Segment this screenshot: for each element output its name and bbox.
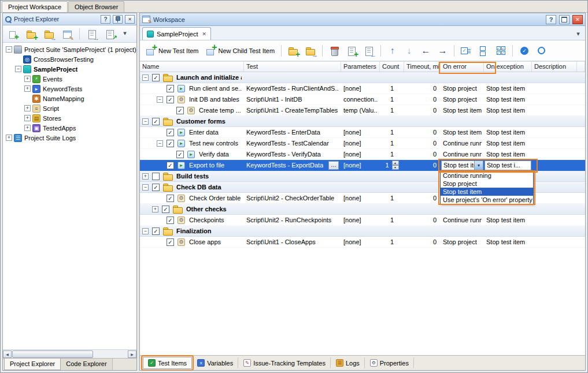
open-folder-button[interactable]: →: [42, 28, 57, 40]
move-right-button[interactable]: →: [435, 45, 450, 57]
export-item-button[interactable]: ↗: [102, 28, 117, 40]
test-cell[interactable]: KeywordTests - TestCalendar: [244, 138, 341, 148]
tree-item-events[interactable]: +⚡Events: [3, 74, 136, 84]
timeout-cell[interactable]: 0: [404, 215, 441, 225]
parameters-cell[interactable]: connection...: [341, 94, 380, 105]
description-cell[interactable]: [532, 193, 577, 203]
test-item-row[interactable]: ✓▸Verify dataKeywordTests - VerifyData[n…: [140, 149, 585, 160]
group-row[interactable]: −✓Launch and initialize applications: [140, 72, 585, 83]
plus-expander[interactable]: +: [6, 135, 12, 141]
name-cell[interactable]: −✓⚙Init DB and tables: [140, 94, 244, 105]
timeout-cell[interactable]: 0: [404, 94, 441, 105]
description-cell[interactable]: [532, 83, 577, 94]
item-checkbox[interactable]: [152, 173, 160, 180]
on-error-combo[interactable]: Stop test item▾: [441, 161, 483, 170]
tree-item-project-suite-logs[interactable]: +☰Project Suite Logs: [3, 133, 136, 143]
tree-item-namemapping[interactable]: ✱NameMapping: [3, 94, 136, 103]
count-cell[interactable]: 1: [380, 149, 404, 159]
on-error-cell[interactable]: Stop project: [441, 237, 484, 247]
close-button[interactable]: [125, 15, 135, 24]
tab-project-workspace[interactable]: Project Workspace: [2, 1, 68, 12]
tree-item-project-suite-sampleproject-1-[interactable]: −Project Suite 'SampleProject' (1 projec…: [3, 44, 136, 54]
on-error-cell[interactable]: Stop test item: [441, 127, 484, 137]
parameters-cell[interactable]: [none]: [341, 138, 380, 148]
description-cell[interactable]: [532, 160, 577, 170]
description-cell[interactable]: [532, 138, 577, 148]
test-cell[interactable]: KeywordTests - EnterData: [244, 127, 341, 137]
timeout-cell[interactable]: 0: [404, 127, 441, 137]
dropdown-option[interactable]: Use project's 'On error' property: [441, 196, 533, 204]
description-cell[interactable]: [532, 237, 577, 247]
parameters-cell[interactable]: temp (Valu...: [341, 105, 380, 115]
item-checkbox[interactable]: ✓: [167, 195, 174, 202]
doc-tab-sampleproject[interactable]: SampleProject ✕: [142, 27, 211, 40]
close-tab-icon[interactable]: ✕: [201, 31, 207, 37]
tab-issue-tracking-templates[interactable]: ✎Issue-Tracking Templates: [239, 357, 331, 368]
ellipsis-button[interactable]: …: [328, 161, 339, 170]
item-checkbox[interactable]: ✓: [167, 85, 174, 92]
new-folder-button[interactable]: +: [286, 44, 301, 57]
item-checkbox[interactable]: ✓: [176, 107, 184, 114]
on-exception-cell[interactable]: Stop test item: [484, 237, 532, 247]
name-cell[interactable]: −✓Finalization: [140, 226, 244, 236]
group-row[interactable]: +✓Other checks: [140, 204, 585, 215]
on-exception-cell[interactable]: Stop test item: [484, 94, 532, 105]
dropdown-option[interactable]: Continue running: [441, 171, 533, 180]
name-cell[interactable]: +✓Other checks: [140, 204, 244, 214]
minus-expander[interactable]: −: [142, 184, 149, 191]
tree-item-keywordtests[interactable]: +▸KeywordTests: [3, 84, 136, 94]
count-cell[interactable]: 1: [380, 83, 404, 94]
name-cell[interactable]: ✓▸Verify data: [140, 149, 244, 159]
on-error-cell[interactable]: Stop project: [441, 94, 484, 105]
on-exception-cell[interactable]: Stop test item: [484, 127, 532, 137]
count-cell[interactable]: 1: [380, 138, 404, 148]
tree-item-script[interactable]: +≡Script: [3, 103, 136, 113]
move-down-button[interactable]: ↓: [402, 45, 416, 57]
item-checkbox[interactable]: ✓: [167, 238, 174, 246]
column-header-timeout-mi-[interactable]: Timeout, mi...: [404, 62, 441, 72]
item-checkbox[interactable]: ✓: [167, 129, 174, 136]
name-cell[interactable]: ✓▸Export to file: [140, 160, 244, 170]
spin-down-button[interactable]: ▼: [392, 165, 399, 170]
spin-up-button[interactable]: ▲: [392, 161, 399, 165]
name-cell[interactable]: −✓▸Test new controls: [140, 138, 244, 148]
tab-object-browser[interactable]: Object Browser: [68, 1, 124, 12]
move-left-button[interactable]: ←: [419, 45, 433, 57]
scroll-left-button[interactable]: ◀: [3, 350, 12, 358]
item-checkbox[interactable]: ✓: [167, 96, 174, 103]
name-cell[interactable]: −✓Customer forms: [140, 116, 244, 126]
item-checkbox[interactable]: ✓: [152, 184, 160, 191]
parameters-cell[interactable]: [none]: [341, 160, 380, 170]
copy-item-button[interactable]: +: [344, 44, 359, 57]
tree-item-stores[interactable]: +▤Stores: [3, 113, 136, 123]
new-child-test-item-button[interactable]: New Child Test Item: [204, 44, 278, 57]
parameters-cell[interactable]: [none]: [341, 215, 380, 225]
item-checkbox[interactable]: ✓: [167, 217, 174, 224]
description-cell[interactable]: [532, 149, 577, 159]
delete-button[interactable]: [327, 44, 342, 57]
description-cell[interactable]: [532, 105, 577, 115]
scroll-right-button[interactable]: ▶: [128, 350, 136, 358]
paste-item-button[interactable]: ←: [361, 44, 376, 57]
count-cell[interactable]: 1: [380, 94, 404, 105]
plus-expander[interactable]: +: [24, 115, 31, 121]
test-cell[interactable]: KeywordTests - VerifyData: [244, 149, 341, 159]
timeout-cell[interactable]: 0: [404, 237, 441, 247]
timeout-cell[interactable]: 0: [404, 83, 441, 94]
test-item-row[interactable]: −✓▸Test new controlsKeywordTests - TestC…: [140, 138, 585, 149]
horizontal-scrollbar[interactable]: ◀ ▶: [3, 349, 136, 358]
minus-expander[interactable]: −: [142, 74, 149, 81]
timeout-cell[interactable]: 0: [404, 149, 441, 159]
pin-button[interactable]: [113, 15, 123, 24]
name-cell[interactable]: ✓⚙Check Order table: [140, 193, 244, 203]
on-error-cell[interactable]: Continue running: [441, 215, 484, 225]
on-error-cell[interactable]: Stop project: [441, 83, 484, 94]
uncheck-items-button[interactable]: [476, 44, 491, 57]
on-exception-cell[interactable]: Stop test item: [484, 105, 532, 115]
name-cell[interactable]: −✓Launch and initialize applications: [140, 72, 244, 83]
timeout-cell[interactable]: 0: [404, 105, 441, 115]
enable-circle-button[interactable]: ✓: [517, 44, 532, 57]
column-header-name[interactable]: Name: [140, 62, 244, 72]
name-cell[interactable]: −✓Check DB data: [140, 182, 244, 192]
check-marked-button[interactable]: [458, 44, 474, 57]
